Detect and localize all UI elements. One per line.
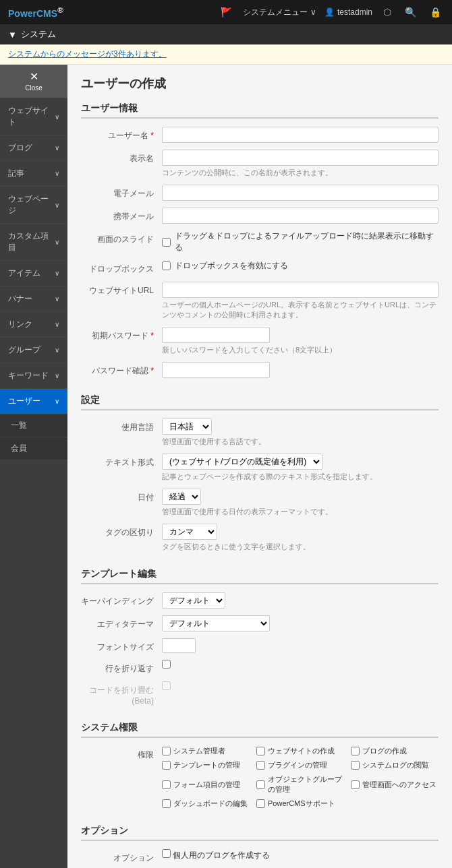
screen-slide-checkbox-label[interactable]: ドラッグ＆ドロップによるファイルアップロード時に結果表示に移動する [162, 230, 439, 253]
perm-form-manage-checkbox[interactable] [162, 780, 171, 789]
sidebar-item-user[interactable]: ユーザー ∨ [0, 389, 67, 414]
text-format-label: テキスト形式 [81, 454, 162, 468]
search-icon[interactable]: 🔍 [402, 4, 419, 20]
perm-template-manage[interactable]: テンプレートの管理 [162, 760, 250, 770]
displayname-input[interactable] [162, 150, 439, 166]
message-link[interactable]: システムからのメッセージが3件あります。 [8, 49, 167, 59]
sidebar-item-webpage-label: ウェブページ [8, 193, 55, 216]
editor-theme-select[interactable]: デフォルト ダーク ライト [162, 615, 270, 631]
sidebar-item-article[interactable]: 記事 ∨ [0, 161, 67, 187]
perm-template-manage-checkbox[interactable] [162, 761, 171, 770]
perm-powercms-support-checkbox[interactable] [256, 799, 265, 808]
perm-admin-access-checkbox[interactable] [351, 780, 360, 789]
fontsize-label: フォントサイズ [81, 638, 162, 653]
email-label: 電子メール [81, 185, 162, 199]
email-row: 電子メール [81, 185, 439, 201]
date-format-hint: 管理画面で使用する日付の表示フォーマットです。 [162, 507, 439, 517]
perm-dashboard-edit-checkbox[interactable] [162, 799, 171, 808]
website-url-hint: ユーザーの個人ホームページのURL。表示する名前とウェブサイトURLは、コンテン… [162, 300, 439, 320]
sidebar-item-group[interactable]: グループ ∨ [0, 338, 67, 363]
editor-theme-label: エディタテーマ [81, 615, 162, 630]
fontsize-row: フォントサイズ [81, 638, 439, 653]
language-row: 使用言語 日本語 English 管理画面で使用する言語です。 [81, 418, 439, 447]
username-row: ユーザー名 * [81, 127, 439, 143]
sidebar-close-button[interactable]: ✕ Close [0, 65, 67, 98]
keybinding-select[interactable]: デフォルト Vim Emacs [162, 592, 225, 609]
sidebar-item-website-label: ウェブサイト [8, 105, 55, 128]
date-format-select[interactable]: 経過 標準 [162, 489, 201, 505]
perm-object-group-manage-checkbox[interactable] [256, 780, 265, 789]
screen-slide-checkbox[interactable] [162, 238, 171, 247]
system-menu[interactable]: システムメニュー ∨ [243, 7, 316, 18]
mobile-email-input[interactable] [162, 208, 439, 224]
fontsize-input[interactable] [162, 638, 196, 653]
displayname-label: 表示名 [81, 150, 162, 164]
sidebar-item-blog[interactable]: ブログ ∨ [0, 135, 67, 161]
sidebar-item-webpage[interactable]: ウェブページ ∨ [0, 187, 67, 224]
sidebar-item-website[interactable]: ウェブサイト ∨ [0, 98, 67, 135]
keybinding-label: キーバインディング [81, 592, 162, 607]
website-url-input[interactable] [162, 282, 439, 298]
perm-powercms-support[interactable]: PowerCMSサポート [256, 799, 344, 809]
editor-theme-field: デフォルト ダーク ライト [162, 615, 439, 631]
sidebar-item-item[interactable]: アイテム ∨ [0, 261, 67, 286]
dropbox-checkbox-label[interactable]: ドロップボックスを有効にする [162, 260, 439, 272]
external-link-icon[interactable]: ⬡ [380, 4, 394, 20]
personal-blog-label[interactable]: 個人用のブログを作成する [162, 850, 270, 860]
perm-website-create-checkbox[interactable] [256, 747, 265, 755]
flag-icon[interactable]: 🚩 [218, 4, 235, 20]
username-input[interactable] [162, 127, 439, 143]
system-permissions-section: システム権限 権限 システム管理者 ウェブサイトの作成 [81, 722, 439, 809]
sidebar-item-banner[interactable]: バナー ∨ [0, 286, 67, 312]
perm-plugin-manage[interactable]: プラグインの管理 [256, 760, 344, 770]
perm-admin-access[interactable]: 管理画面へのアクセス [351, 774, 439, 795]
sidebar-sub-item-member[interactable]: 会員 [0, 437, 67, 460]
personal-blog-checkbox[interactable] [162, 849, 171, 858]
displayname-row: 表示名 コンテンツの公開時に、この名前が表示されます。 [81, 150, 439, 178]
sidebar-item-keyword[interactable]: キーワード ∨ [0, 363, 67, 389]
wordwrap-row: 行を折り返す [81, 660, 439, 675]
initial-password-input[interactable] [162, 327, 270, 343]
permissions-grid: システム管理者 ウェブサイトの作成 ブログの作成 テンプレートの管理 [162, 746, 439, 809]
perm-plugin-manage-checkbox[interactable] [256, 761, 265, 770]
perm-form-manage[interactable]: フォーム項目の管理 [162, 774, 250, 795]
language-hint: 管理画面で使用する言語です。 [162, 437, 439, 447]
perm-blog-create-checkbox[interactable] [351, 747, 360, 755]
perm-dashboard-edit[interactable]: ダッシュボードの編集 [162, 799, 250, 809]
perm-syslog-view[interactable]: システムログの閲覧 [351, 760, 439, 770]
confirm-password-input[interactable] [162, 362, 270, 378]
sidebar-item-link[interactable]: リンク ∨ [0, 312, 67, 338]
lock-icon[interactable]: 🔒 [427, 4, 444, 20]
text-format-select[interactable]: (ウェブサイト/ブログの既定値を利用) リッチテキスト マークダウン [162, 454, 322, 470]
chevron-icon: ∨ [55, 346, 59, 354]
perm-website-create[interactable]: ウェブサイトの作成 [256, 746, 344, 756]
chevron-icon: ∨ [55, 170, 59, 177]
sidebar-sub-item-list[interactable]: 一覧 [0, 414, 67, 437]
codefold-checkbox[interactable] [162, 681, 171, 690]
dropbox-label: ドロップボックス [81, 260, 162, 275]
perm-object-group-manage[interactable]: オブジェクトグループの管理 [256, 774, 344, 795]
perm-system-admin-checkbox[interactable] [162, 747, 171, 755]
chevron-icon: ∨ [55, 372, 59, 379]
perm-powercms-support-label: PowerCMSサポート [268, 799, 335, 809]
options-section: オプション オプション 個人用のブログを作成する [81, 825, 439, 864]
chevron-down-icon: ∨ [310, 7, 316, 17]
sidebar-item-custom-label: カスタム項目 [8, 230, 55, 253]
sidebar-item-custom[interactable]: カスタム項目 ∨ [0, 224, 67, 261]
website-url-row: ウェブサイトURL ユーザーの個人ホームページのURL。表示する名前とウェブサイ… [81, 282, 439, 320]
perm-system-admin[interactable]: システム管理者 [162, 746, 250, 756]
tag-separator-row: タグの区切り カンマ スペース タグを区切るときに使う文字を選択します。 [81, 524, 439, 552]
dropbox-checkbox[interactable] [162, 261, 171, 270]
website-url-field: ユーザーの個人ホームページのURL。表示する名前とウェブサイトURLは、コンテン… [162, 282, 439, 320]
system-bar: ▼ システム [0, 24, 452, 44]
perm-syslog-view-checkbox[interactable] [351, 761, 360, 770]
language-select[interactable]: 日本語 English [162, 418, 212, 435]
tag-separator-select[interactable]: カンマ スペース [162, 524, 217, 540]
sidebar: ✕ Close ウェブサイト ∨ ブログ ∨ 記事 ∨ ウェブページ ∨ カスタ… [0, 65, 67, 868]
personal-blog-text: 個人用のブログを作成する [173, 850, 270, 860]
logo-text: PowerCMS [8, 8, 57, 19]
email-input[interactable] [162, 185, 439, 201]
wordwrap-checkbox[interactable] [162, 660, 171, 669]
user-menu[interactable]: 👤 testadmin [324, 7, 372, 17]
perm-blog-create[interactable]: ブログの作成 [351, 746, 439, 756]
